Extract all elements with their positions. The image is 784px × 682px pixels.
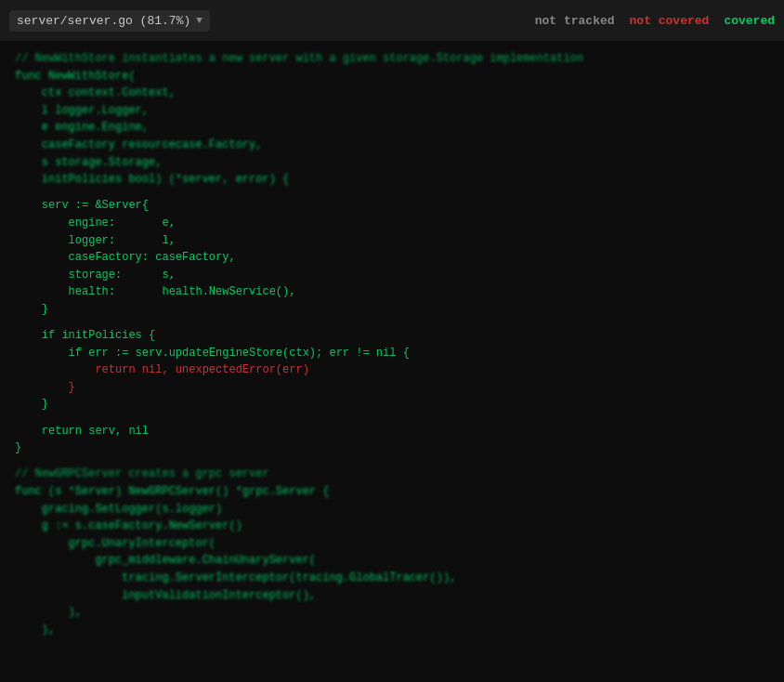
code-line: } (15, 439, 769, 457)
code-line: logger: l, (15, 232, 769, 250)
code-line: serv := &Server{ (15, 197, 769, 215)
code-line: caseFactory resourcecase.Factory, (15, 137, 769, 154)
code-line: grpc.UnaryInterceptor( (15, 535, 769, 553)
code-line: inputValidationInterceptor(), (15, 587, 769, 605)
code-line: tracing.ServerInterceptor(tracing.Global… (15, 570, 769, 587)
code-line: // NewWithStore instantiates a new serve… (15, 50, 769, 68)
code-line (15, 319, 769, 328)
code-line: // NewGRPCServer creates a grpc server (15, 466, 769, 483)
code-line: if err := serv.updateEngineStore(ctx); e… (15, 345, 769, 362)
code-line: } (15, 301, 769, 319)
file-path-container[interactable]: server/server.go (81.7%) ▼ (9, 10, 210, 32)
code-line: health: health.NewService(), (15, 283, 769, 301)
code-line (15, 189, 769, 198)
code-line: return serv, nil (15, 423, 769, 440)
code-line: g := s.caseFactory.NewServer() (15, 518, 769, 535)
code-line: grpc_middleware.ChainUnaryServer( (15, 552, 769, 570)
code-line (15, 457, 769, 466)
code-line: engine: e, (15, 215, 769, 232)
code-line: ), (15, 604, 769, 622)
code-line: } (15, 379, 769, 397)
code-line: return nil, unexpectedError(err) (15, 361, 769, 379)
legend-covered: covered (724, 14, 775, 28)
file-path-text: server/server.go (81.7%) (17, 14, 190, 28)
code-line: ), (15, 622, 769, 639)
code-line: l logger.Logger, (15, 102, 769, 120)
code-line: func NewWithStore( (15, 68, 769, 85)
code-area: // NewWithStore instantiates a new serve… (0, 41, 784, 682)
top-bar: server/server.go (81.7%) ▼ not tracked n… (0, 0, 784, 41)
code-line: ctx context.Context, (15, 85, 769, 102)
file-path-dropdown-arrow[interactable]: ▼ (196, 15, 203, 26)
code-line (15, 413, 769, 423)
code-line: initPolicies bool) (*server, error) { (15, 171, 769, 189)
code-line: s storage.Storage, (15, 154, 769, 172)
code-line: storage: s, (15, 267, 769, 284)
legend-not-covered: not covered (630, 14, 710, 28)
code-line: } (15, 396, 769, 413)
code-lines-container: // NewWithStore instantiates a new serve… (15, 50, 769, 638)
code-line: gracing.SetLogger(s.logger) (15, 501, 769, 518)
code-line: if initPolicies { (15, 327, 769, 345)
code-line: func (s *Server) NewGRPCServer() *grpc.S… (15, 483, 769, 501)
code-line: e engine.Engine, (15, 119, 769, 137)
legend-not-tracked: not tracked (535, 14, 615, 28)
code-line: caseFactory: caseFactory, (15, 249, 769, 267)
